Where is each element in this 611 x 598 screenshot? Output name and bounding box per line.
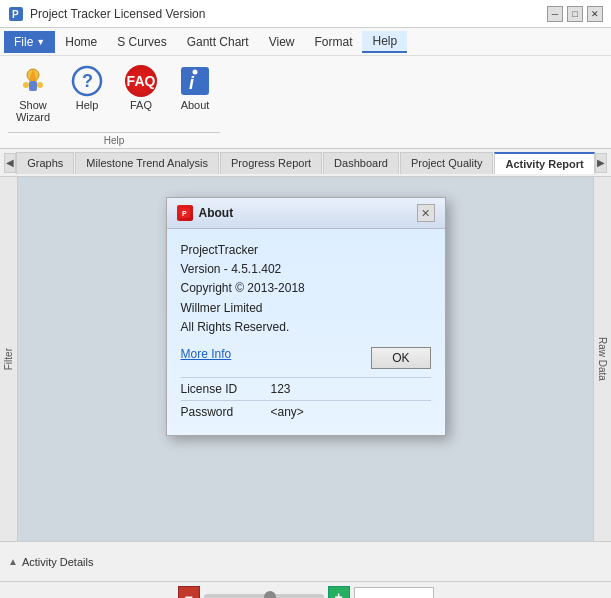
raw-data-label: Raw Data <box>597 337 608 381</box>
minimize-button[interactable]: ─ <box>547 6 563 22</box>
tab-dashboard[interactable]: Dashboard <box>323 152 399 174</box>
status-bar: − + <box>0 581 611 598</box>
svg-text:P: P <box>182 210 187 217</box>
filter-sidebar: Filter <box>0 177 18 541</box>
svg-text:P: P <box>12 9 19 20</box>
about-label: About <box>181 99 210 111</box>
title-bar-left: P Project Tracker Licensed Version <box>8 6 205 22</box>
ribbon-group-items: ShowWizard ? Help FAQ <box>8 60 220 128</box>
zoom-slider[interactable] <box>204 594 324 599</box>
tab-activity-report[interactable]: Activity Report <box>494 152 594 174</box>
tab-project-quality[interactable]: Project Quality <box>400 152 494 174</box>
modal-overlay: P About ✕ ProjectTracker Version - 4.5.1… <box>18 177 593 541</box>
modal-rights: All Rights Reserved. <box>181 318 431 337</box>
bottom-bar: ▲ Activity Details <box>0 541 611 581</box>
menu-item-scurves[interactable]: S Curves <box>107 31 176 53</box>
content-area: P About ✕ ProjectTracker Version - 4.5.1… <box>18 177 593 541</box>
app-title: Project Tracker Licensed Version <box>30 7 205 21</box>
about-icon: i <box>179 65 211 97</box>
ribbon: ShowWizard ? Help FAQ <box>0 56 611 149</box>
tabs-container: ◀ Graphs Milestone Trend Analysis Progre… <box>0 149 611 177</box>
show-wizard-button[interactable]: ShowWizard <box>8 60 58 128</box>
modal-info-block: ProjectTracker Version - 4.5.1.402 Copyr… <box>181 241 431 337</box>
title-bar: P Project Tracker Licensed Version ─ □ ✕ <box>0 0 611 28</box>
modal-license-id-label: License ID <box>181 382 271 396</box>
app-icon: P <box>8 6 24 22</box>
faq-label: FAQ <box>130 99 152 111</box>
menu-item-view[interactable]: View <box>259 31 305 53</box>
faq-icon: FAQ <box>125 65 157 97</box>
modal-product-name: ProjectTracker <box>181 241 431 260</box>
status-input[interactable] <box>354 587 434 599</box>
modal-title: About <box>199 206 234 220</box>
help-button[interactable]: ? Help <box>62 60 112 128</box>
help-icon: ? <box>71 65 103 97</box>
svg-rect-4 <box>29 81 37 91</box>
modal-copyright: Copyright © 2013-2018 <box>181 279 431 298</box>
ribbon-group-label: Help <box>8 132 220 146</box>
zoom-in-button[interactable]: + <box>328 586 350 599</box>
about-button[interactable]: i About <box>170 60 220 128</box>
show-wizard-label: ShowWizard <box>16 99 50 123</box>
maximize-button[interactable]: □ <box>567 6 583 22</box>
tab-scroll-right[interactable]: ▶ <box>595 153 607 173</box>
menu-file-label: File <box>14 35 33 49</box>
modal-more-info-link[interactable]: More Info <box>181 347 372 369</box>
svg-point-11 <box>193 70 198 75</box>
modal-title-left: P About <box>177 205 234 221</box>
about-modal: P About ✕ ProjectTracker Version - 4.5.1… <box>166 197 446 436</box>
activity-details-chevron: ▲ <box>8 556 18 567</box>
title-bar-controls: ─ □ ✕ <box>547 6 603 22</box>
modal-app-icon: P <box>177 205 193 221</box>
tabs-list: Graphs Milestone Trend Analysis Progress… <box>16 152 594 174</box>
faq-button[interactable]: FAQ FAQ <box>116 60 166 128</box>
modal-ok-row: More Info OK <box>181 347 431 369</box>
zoom-slider-thumb <box>264 591 276 599</box>
tab-progress[interactable]: Progress Report <box>220 152 322 174</box>
modal-close-button[interactable]: ✕ <box>417 204 435 222</box>
modal-password-row: Password <any> <box>181 400 431 423</box>
main-area: Filter P About ✕ <box>0 177 611 541</box>
menu-bar: File ▼ Home S Curves Gantt Chart View Fo… <box>0 28 611 56</box>
raw-data-sidebar: Raw Data <box>593 177 611 541</box>
zoom-out-button[interactable]: − <box>178 586 200 599</box>
activity-details-label: Activity Details <box>22 556 94 568</box>
close-button[interactable]: ✕ <box>587 6 603 22</box>
wizard-icon <box>17 65 49 97</box>
tab-graphs[interactable]: Graphs <box>16 152 74 174</box>
modal-company: Willmer Limited <box>181 299 431 318</box>
menu-item-help[interactable]: Help <box>362 31 407 53</box>
ribbon-content: ShowWizard ? Help FAQ <box>8 60 603 146</box>
modal-license-id-row: License ID 123 <box>181 377 431 400</box>
menu-item-gantt[interactable]: Gantt Chart <box>177 31 259 53</box>
modal-license-id-value: 123 <box>271 382 291 396</box>
ribbon-group-help: ShowWizard ? Help FAQ <box>8 60 220 146</box>
tab-scroll-left[interactable]: ◀ <box>4 153 16 173</box>
modal-password-label: Password <box>181 405 271 419</box>
filter-label: Filter <box>3 348 14 370</box>
tab-milestone[interactable]: Milestone Trend Analysis <box>75 152 219 174</box>
modal-version: Version - 4.5.1.402 <box>181 260 431 279</box>
menu-item-home[interactable]: Home <box>55 31 107 53</box>
modal-password-value: <any> <box>271 405 304 419</box>
help-label: Help <box>76 99 99 111</box>
svg-point-5 <box>23 82 29 88</box>
modal-body: ProjectTracker Version - 4.5.1.402 Copyr… <box>167 229 445 435</box>
svg-text:?: ? <box>82 71 93 91</box>
activity-details-section: ▲ Activity Details <box>8 556 93 568</box>
menu-item-format[interactable]: Format <box>304 31 362 53</box>
modal-ok-button[interactable]: OK <box>371 347 430 369</box>
modal-titlebar: P About ✕ <box>167 198 445 229</box>
file-dropdown-icon: ▼ <box>36 37 45 47</box>
svg-point-6 <box>37 82 43 88</box>
menu-file[interactable]: File ▼ <box>4 31 55 53</box>
